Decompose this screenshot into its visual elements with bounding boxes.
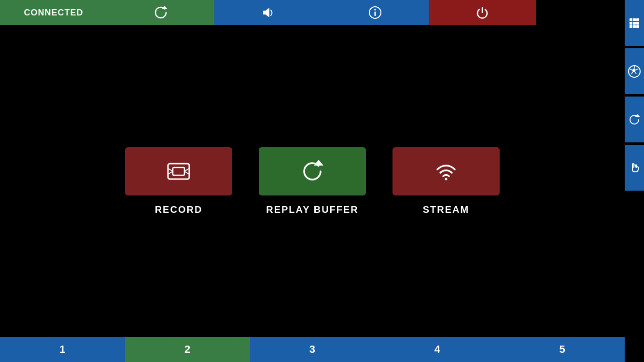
svg-rect-23 bbox=[173, 167, 184, 175]
stream-label: STREAM bbox=[423, 204, 469, 215]
svg-rect-6 bbox=[633, 18, 636, 21]
svg-marker-28 bbox=[314, 160, 323, 166]
bottom-btn-5[interactable]: 5 bbox=[500, 337, 625, 362]
bottom-btn-2[interactable]: 2 bbox=[125, 337, 250, 362]
svg-point-29 bbox=[445, 178, 448, 180]
record-icon bbox=[166, 159, 191, 184]
replay-buffer-button[interactable] bbox=[259, 147, 366, 195]
replay-buffer-label: REPLAY BUFFER bbox=[266, 204, 359, 215]
info-icon bbox=[367, 5, 383, 20]
svg-line-17 bbox=[636, 69, 638, 70]
replay-buffer-item: REPLAY BUFFER bbox=[259, 147, 366, 215]
power-icon bbox=[475, 5, 490, 20]
stream-button[interactable] bbox=[392, 147, 500, 195]
bottom-btn-1[interactable]: 1 bbox=[0, 337, 125, 362]
grid-icon bbox=[629, 17, 640, 29]
refresh-top-button[interactable] bbox=[107, 0, 214, 25]
svg-line-18 bbox=[635, 72, 636, 74]
media-controls: RECORD REPLAY BUFFER STREA bbox=[125, 147, 500, 215]
svg-rect-5 bbox=[630, 18, 632, 21]
refresh-sidebar-icon bbox=[628, 113, 641, 126]
svg-rect-8 bbox=[630, 22, 632, 25]
svg-line-19 bbox=[631, 72, 633, 74]
svg-rect-22 bbox=[168, 164, 189, 179]
svg-rect-12 bbox=[633, 25, 636, 28]
hand-icon bbox=[628, 162, 641, 174]
bottom-btn-4[interactable]: 4 bbox=[375, 337, 500, 362]
svg-marker-15 bbox=[632, 68, 636, 72]
svg-rect-3 bbox=[375, 12, 376, 16]
svg-rect-9 bbox=[633, 22, 636, 25]
record-item: RECORD bbox=[125, 147, 232, 215]
volume-icon bbox=[260, 5, 276, 20]
info-button[interactable] bbox=[322, 0, 429, 25]
svg-marker-1 bbox=[263, 8, 269, 17]
sidebar-grid-button[interactable] bbox=[625, 0, 644, 46]
svg-rect-13 bbox=[636, 25, 639, 28]
bottom-btn-3[interactable]: 3 bbox=[250, 337, 375, 362]
sidebar-hand-button[interactable] bbox=[625, 145, 644, 191]
top-bar: CONNECTED bbox=[0, 0, 644, 25]
volume-button[interactable] bbox=[214, 0, 322, 25]
right-sidebar bbox=[625, 0, 644, 362]
connected-button[interactable]: CONNECTED bbox=[0, 0, 107, 25]
svg-point-4 bbox=[374, 9, 376, 11]
sidebar-soccer-button[interactable] bbox=[625, 48, 644, 94]
record-button[interactable] bbox=[125, 147, 232, 195]
record-label: RECORD bbox=[155, 204, 203, 215]
svg-line-20 bbox=[630, 69, 632, 70]
power-button[interactable] bbox=[429, 0, 536, 25]
replay-refresh-icon bbox=[300, 159, 325, 184]
soccer-icon bbox=[628, 65, 641, 78]
svg-rect-10 bbox=[636, 22, 639, 25]
stream-item: STREAM bbox=[392, 147, 500, 215]
sidebar-refresh-button[interactable] bbox=[625, 97, 644, 142]
wifi-icon bbox=[434, 159, 459, 184]
svg-rect-11 bbox=[630, 25, 632, 28]
main-content: RECORD REPLAY BUFFER STREA bbox=[0, 25, 625, 337]
svg-rect-7 bbox=[636, 18, 639, 21]
bottom-bar: 1 2 3 4 5 bbox=[0, 337, 625, 362]
refresh-icon bbox=[153, 5, 168, 20]
